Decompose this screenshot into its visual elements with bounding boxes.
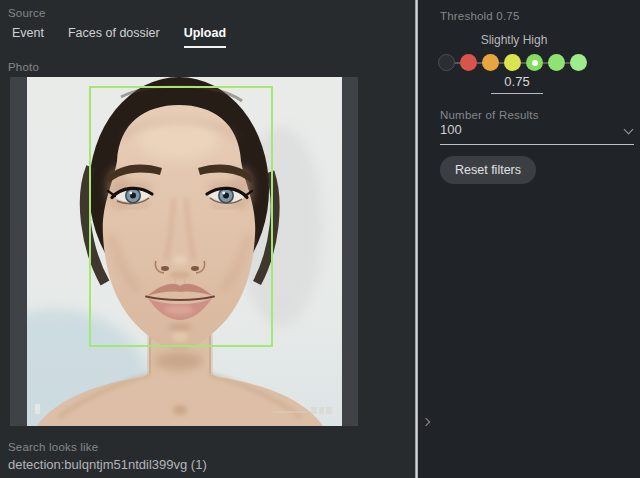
threshold-level-label: Slightly High (438, 33, 590, 47)
panel-collapse-button[interactable] (419, 414, 433, 430)
threshold-dot[interactable] (548, 54, 565, 71)
threshold-dot[interactable] (526, 54, 543, 71)
threshold-value-input[interactable] (491, 74, 543, 94)
tab-faces-of-dossier[interactable]: Faces of dossier (68, 26, 160, 48)
threshold-dot[interactable] (438, 54, 455, 71)
detection-id-text: detection:bulqntjm51ntdil399vg (1) (8, 457, 207, 472)
portrait-photo (27, 77, 342, 426)
number-of-results-label: Number of Results (440, 109, 539, 121)
number-of-results-select[interactable]: 100 (440, 122, 634, 145)
threshold-label: Threshold 0.75 (440, 10, 520, 22)
chevron-down-icon (624, 125, 634, 135)
photo-watermark-left (35, 404, 40, 414)
threshold-slider[interactable] (438, 54, 587, 71)
tab-event[interactable]: Event (12, 26, 44, 48)
search-source-panel: Source Event Faces of dossier Upload Pho… (0, 0, 415, 478)
panel-divider[interactable] (415, 0, 418, 478)
number-of-results-value: 100 (440, 122, 462, 137)
search-looks-like-label: Search looks like (8, 441, 98, 453)
threshold-dot[interactable] (482, 54, 499, 71)
threshold-dot[interactable] (570, 54, 587, 71)
reset-filters-button[interactable]: Reset filters (440, 156, 536, 184)
chevron-right-icon (422, 418, 430, 426)
source-tabs: Event Faces of dossier Upload (12, 26, 226, 48)
threshold-dot[interactable] (504, 54, 521, 71)
source-section-label: Source (8, 7, 46, 19)
threshold-dot[interactable] (460, 54, 477, 71)
photo-section-label: Photo (8, 61, 39, 73)
tab-upload[interactable]: Upload (184, 26, 226, 48)
uploaded-photo-frame (10, 77, 358, 426)
